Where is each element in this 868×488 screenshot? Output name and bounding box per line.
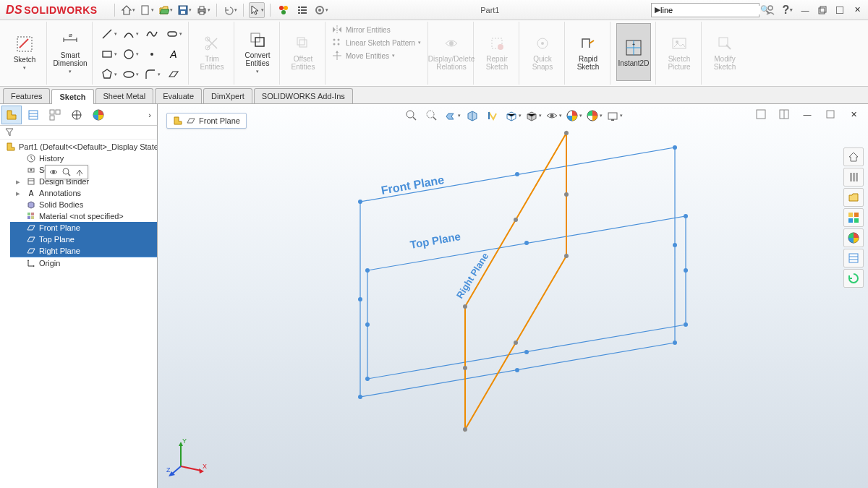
svg-text:A: A [169,48,176,60]
mirror-entities-command[interactable]: Mirror Entities [331,23,391,36]
sketch-picture-command[interactable]: Sketch Picture [662,23,697,81]
tab-sheet-metal[interactable]: Sheet Metal [95,88,154,103]
print-button[interactable] [195,2,211,18]
dimxpert-tab[interactable] [67,106,87,124]
new-button[interactable] [139,2,155,18]
context-hide-icon[interactable] [48,167,59,177]
text-tool[interactable]: A [163,45,184,64]
svg-rect-25 [103,51,111,57]
svg-rect-12 [298,9,300,11]
quick-snaps-command[interactable]: Quick Snaps [525,23,560,81]
svg-point-27 [150,53,153,56]
svg-rect-5 [200,7,204,9]
user-icon[interactable] [764,4,777,17]
tree-item-material[interactable]: Material <not specified> [10,210,157,222]
tab-dimxpert[interactable]: DimXpert [203,88,252,103]
tree-item-annotations[interactable]: ▸AAnnotations [10,187,157,199]
svg-point-107 [514,218,518,222]
smart-dimension-command[interactable]: ⌀ Smart Dimension ▾ [53,23,88,81]
open-button[interactable] [158,2,174,18]
settings-button[interactable] [313,2,329,18]
feature-manager-panel: › Part1 (Default<<Default>_Display State… [0,104,158,488]
property-tab[interactable] [23,106,43,124]
svg-point-99 [524,241,529,245]
tab-features[interactable]: Features [3,88,50,103]
context-normal-icon[interactable] [75,167,85,177]
slot-tool[interactable] [163,25,184,43]
ribbon: Sketch ▾ ⌀ Smart Dimension ▾ A T [0,20,868,87]
tab-addins[interactable]: SOLIDWORKS Add-Ins [254,88,353,103]
plane-tool[interactable] [163,65,184,84]
rebuild-button[interactable] [276,2,292,18]
restore-button[interactable] [816,4,829,17]
sketch-command[interactable]: Sketch ▾ [7,23,42,81]
panel-expand[interactable]: › [144,106,156,124]
svg-point-59 [30,169,33,171]
fillet-tool[interactable] [142,65,162,84]
tree-item-history[interactable]: History [10,153,157,164]
svg-point-94 [358,297,362,301]
config-tab[interactable] [45,106,65,124]
repair-sketch-command[interactable]: Repair Sketch [480,23,514,81]
search-flag-icon: ▶ [655,5,660,14]
svg-rect-64 [27,216,30,219]
search-box[interactable]: ▶ 🔍 [651,3,760,17]
appearance-tab[interactable] [88,106,109,124]
feature-tree-tab[interactable] [1,106,22,124]
tree-item-front-plane[interactable]: Front Plane [10,222,157,234]
trim-entities-command[interactable]: Trim Entities [195,23,229,81]
orientation-triad[interactable]: Y X Z [166,436,210,479]
linear-pattern-command[interactable]: Linear Sketch Pattern ▾ [331,36,421,49]
tree-item-top-plane[interactable]: Top Plane [10,234,157,245]
graphics-area[interactable]: — ✕ Front Plane [158,104,868,488]
undo-button[interactable] [222,2,238,18]
svg-point-26 [124,50,133,59]
maximize-button[interactable] [833,4,846,17]
move-entities-command[interactable]: Move Entities ▾ [331,49,395,62]
svg-text:Y: Y [182,437,187,445]
svg-point-110 [463,366,467,370]
instant2d-command[interactable]: + Instant2D [616,23,651,81]
svg-point-7 [279,6,284,10]
tree-item-solid-bodies[interactable]: Solid Bodies [10,199,157,210]
tree-item-right-plane[interactable]: Right Plane [10,245,157,257]
point-tool[interactable] [142,45,162,64]
context-zoom-icon[interactable] [61,167,72,177]
modify-sketch-command[interactable]: Modify Sketch [707,23,742,81]
tree-item-origin[interactable]: Origin [10,257,157,269]
svg-point-45 [541,42,544,45]
convert-entities-command[interactable]: Convert Entities ▾ [240,23,275,81]
rectangle-tool[interactable] [98,45,119,64]
svg-text:X: X [203,463,207,470]
svg-marker-29 [103,69,111,78]
svg-rect-54 [50,116,54,120]
minimize-button[interactable]: — [799,4,812,17]
svg-rect-53 [56,110,60,114]
search-input[interactable] [660,6,760,14]
polygon-tool[interactable] [98,65,119,84]
close-button[interactable]: ✕ [851,4,864,17]
svg-point-41 [449,41,454,46]
arc-tool[interactable] [120,25,140,43]
rapid-sketch-command[interactable]: Rapid Sketch [571,23,605,81]
help-button[interactable]: ? [781,4,794,17]
svg-point-93 [515,368,519,372]
svg-rect-51 [29,111,38,119]
line-tool[interactable] [98,25,119,43]
offset-entities-command[interactable]: Offset Entities [286,23,320,81]
select-button[interactable] [249,2,265,18]
tab-sketch[interactable]: Sketch [51,89,93,104]
spline-tool[interactable] [142,25,162,43]
circle-tool[interactable] [120,45,140,64]
home-button[interactable] [120,2,136,18]
display-relations-command[interactable]: Display/Delete Relations [434,23,469,81]
filter-row[interactable] [0,126,157,140]
save-button[interactable] [176,2,192,18]
ellipse-tool[interactable] [120,65,140,84]
svg-point-100 [684,268,688,273]
options-list-button[interactable] [294,2,310,18]
svg-point-30 [124,72,134,77]
tab-evaluate[interactable]: Evaluate [155,88,202,103]
tree-root[interactable]: Part1 (Default<<Default>_Display State 1… [0,141,157,153]
svg-rect-65 [31,216,34,219]
